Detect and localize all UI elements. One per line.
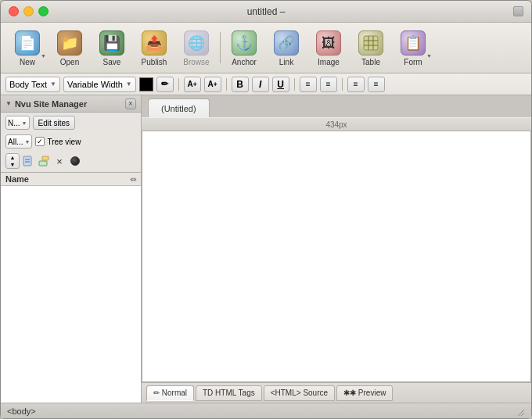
tab-html-tags[interactable]: TD HTML Tags [196, 385, 262, 401]
sm-delete-icon[interactable]: × [52, 154, 66, 168]
editor-canvas[interactable] [142, 131, 531, 382]
editor-tab-untitled[interactable]: (Untitled) [148, 98, 210, 117]
tab-normal[interactable]: ✏ Normal [146, 385, 194, 401]
save-button[interactable]: 💾 Save [92, 26, 132, 70]
form-icon: 📋 [401, 30, 426, 56]
font-size-button[interactable]: A+ [204, 77, 221, 92]
form-arrow-icon: ▼ [426, 53, 432, 59]
table-label: Table [361, 58, 380, 66]
tree-view-check-icon[interactable]: ✓ [35, 137, 45, 146]
tab-normal-label: ✏ Normal [153, 389, 187, 397]
style-selector[interactable]: Body Text ▼ [5, 77, 60, 92]
panel-header: ▼ Nvu Site Manager × [1, 95, 141, 113]
editor-ruler: 434px [142, 117, 531, 131]
new-button[interactable]: 📄 New ▼ [7, 26, 48, 70]
svg-rect-8 [39, 161, 47, 166]
sm-updown-button[interactable]: ▲ ▼ [5, 153, 20, 169]
anchor-button[interactable]: ⚓ Anchor [224, 26, 264, 70]
main-toolbar: 📄 New ▼ 📁 Open 💾 Save 📤 Publish 🌐 Browse… [1, 23, 531, 73]
font-label: Variable Width [67, 80, 123, 89]
sm-stop-icon[interactable] [68, 154, 82, 168]
new-icon: 📄 [15, 30, 40, 56]
editor-tabs-row: (Untitled) × [142, 95, 531, 117]
new-label: New [20, 58, 35, 66]
sm-toolbar: ▲ ▼ × [1, 152, 141, 173]
minimize-button[interactable] [23, 6, 34, 16]
font-selector[interactable]: Variable Width ▼ [63, 77, 136, 92]
open-label: Open [60, 58, 79, 66]
sm-nav-selector1[interactable]: N... ▼ [5, 116, 30, 130]
tree-view-checkbox[interactable]: ✓ Tree view [35, 137, 81, 146]
publish-icon: 📤 [142, 30, 167, 56]
format-separator-4 [342, 78, 343, 91]
panel-close-button[interactable]: × [125, 98, 136, 109]
toolbar-separator-1 [220, 32, 221, 63]
sm-nav2-label: All... [8, 138, 23, 146]
window-controls [9, 6, 49, 16]
svg-line-10 [518, 410, 524, 416]
sm-nav1-arrow-icon: ▼ [22, 120, 27, 126]
bold-button[interactable]: B [232, 77, 249, 92]
tab-untitled-label: (Untitled) [161, 104, 196, 113]
format-separator-3 [294, 78, 295, 91]
underline-button[interactable]: U [272, 77, 289, 92]
browse-button[interactable]: 🌐 Browse [176, 26, 217, 70]
align-right-button[interactable]: ≡ [368, 77, 385, 92]
statusbar-text: <body> [7, 406, 36, 416]
sm-up-icon: ▲ [6, 154, 19, 161]
svg-rect-0 [364, 36, 378, 50]
image-icon: 🖼 [316, 30, 341, 56]
align-left-button[interactable]: ≡ [347, 77, 365, 92]
sm-nav-row1: N... ▼ Edit sites [1, 113, 141, 133]
sm-nav-selector2[interactable]: All... ▼ [5, 134, 32, 149]
pencil-icon[interactable]: ✏ [156, 77, 174, 92]
color-swatch[interactable] [139, 77, 153, 91]
table-icon [358, 30, 383, 56]
tab-source[interactable]: <HTML> Source [264, 385, 335, 401]
new-arrow-icon: ▼ [41, 53, 46, 59]
publish-button[interactable]: 📤 Publish [134, 26, 174, 70]
open-icon: 📁 [57, 30, 82, 56]
sm-name-column-label: Name [5, 174, 29, 184]
tab-html-tags-label: TD HTML Tags [203, 389, 255, 397]
sm-name-header: Name ⇔ [1, 173, 141, 186]
sm-file-list [1, 186, 141, 403]
panel-title: Nvu Site Manager [15, 99, 87, 109]
image-button[interactable]: 🖼 Image [308, 26, 349, 70]
save-label: Save [103, 58, 121, 66]
open-button[interactable]: 📁 Open [49, 26, 90, 70]
sm-nav-row2: All... ▼ ✓ Tree view [1, 133, 141, 152]
unordered-list-button[interactable]: ≡ [320, 77, 337, 92]
edit-sites-button[interactable]: Edit sites [33, 116, 76, 130]
tab-preview[interactable]: ✱✱ Preview [336, 385, 393, 401]
svg-rect-5 [23, 156, 31, 166]
font-arrow-icon: ▼ [126, 81, 132, 88]
panel-collapse-icon[interactable]: ▼ [5, 100, 12, 107]
resize-button[interactable] [513, 6, 523, 16]
sm-resize-handle-icon[interactable]: ⇔ [130, 175, 136, 184]
form-button[interactable]: 📋 Form ▼ [393, 26, 433, 70]
table-button[interactable]: Table [350, 26, 391, 70]
link-button[interactable]: 🔗 Link [266, 26, 307, 70]
publish-label: Publish [142, 58, 167, 66]
italic-button[interactable]: I [252, 77, 269, 92]
maximize-button[interactable] [38, 6, 49, 16]
close-button[interactable] [9, 6, 19, 16]
link-icon: 🔗 [274, 30, 299, 56]
site-manager-panel: ▼ Nvu Site Manager × N... ▼ Edit sites A… [1, 95, 142, 403]
statusbar-resize-grip[interactable] [514, 406, 525, 417]
sm-down-icon: ▼ [6, 161, 19, 168]
main-window: untitled – 📄 New ▼ 📁 Open 💾 Save 📤 Publi… [0, 0, 532, 419]
editor-area: (Untitled) × 434px ✏ Normal TD HTML Tags [142, 95, 531, 403]
style-label: Body Text [9, 80, 47, 89]
panel-resize-handle[interactable] [138, 95, 144, 403]
panel-header-left: ▼ Nvu Site Manager [5, 99, 87, 109]
font-grow-button[interactable]: A+ [184, 77, 201, 92]
svg-rect-9 [42, 156, 49, 160]
ordered-list-button[interactable]: ≡ [300, 77, 317, 92]
statusbar: <body> [1, 403, 531, 418]
sm-new-site-icon[interactable] [21, 154, 35, 168]
ruler-measurement: 434px [325, 120, 347, 129]
sm-edit-icon[interactable] [37, 154, 51, 168]
format-separator-2 [226, 78, 227, 91]
